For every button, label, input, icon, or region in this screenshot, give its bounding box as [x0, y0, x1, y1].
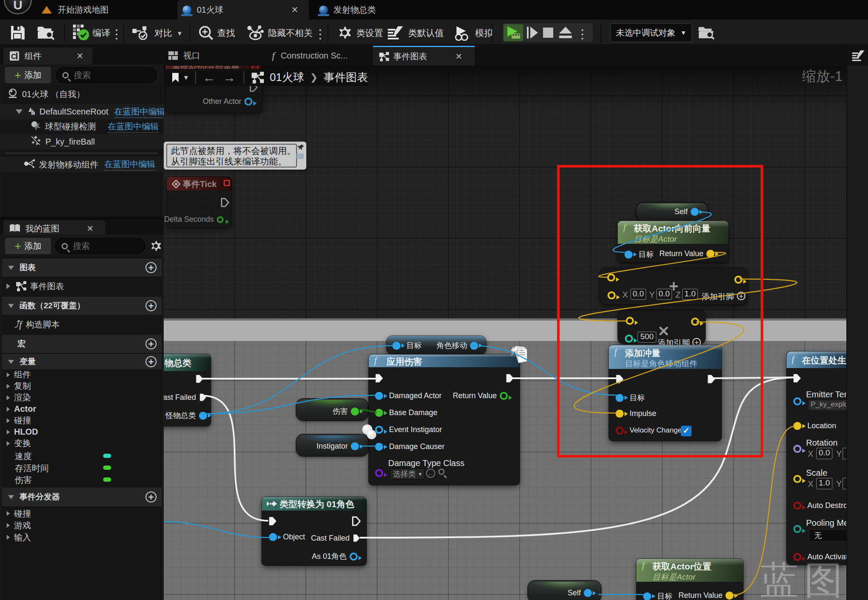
svg-text:C: C [32, 112, 34, 115]
svg-text:C: C [11, 53, 16, 61]
